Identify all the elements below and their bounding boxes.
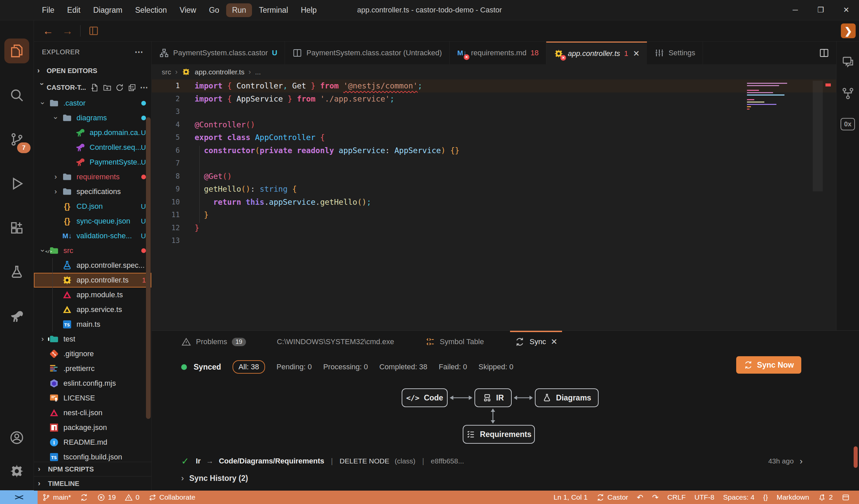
tab-app.controller.ts[interactable]: ✕app.controller.ts1✕: [546, 42, 647, 64]
code-line-3[interactable]: 3: [152, 105, 836, 118]
code-line-13[interactable]: 13: [152, 234, 836, 247]
workspace-section[interactable]: › CASTOR-T... ⋯: [34, 79, 151, 96]
code-line-9[interactable]: 9 getHello(): string {: [152, 183, 836, 196]
status-language-mode[interactable]: Markdown: [772, 490, 813, 504]
status-indentation[interactable]: Spaces: 4: [719, 490, 759, 504]
tree-item-main.ts[interactable]: TSmain.ts: [34, 317, 151, 332]
split-editor-icon[interactable]: [819, 48, 829, 58]
tree-item-validation-sche...[interactable]: M↓validation-sche...U: [34, 229, 151, 243]
section-npm-scripts[interactable]: ›NPM SCRIPTS: [34, 462, 151, 476]
comment-icon[interactable]: [841, 55, 855, 69]
diagram-flow-icon[interactable]: [841, 86, 855, 100]
code-line-10[interactable]: 10 return this.appService.getHello();: [152, 196, 836, 209]
tree-item-CD.json[interactable]: {}CD.jsonU: [34, 199, 151, 214]
tree-item-.castor[interactable]: ›.castor: [34, 96, 151, 111]
tab-settings[interactable]: Settings: [647, 42, 703, 64]
code-line-1[interactable]: 1import { Controller, Get } from '@nestj…: [152, 79, 836, 93]
code-line-5[interactable]: 5export class AppController {: [152, 131, 836, 144]
activity-settings-icon[interactable]: [4, 459, 29, 484]
tree-item-requirements[interactable]: ›requirements: [34, 170, 151, 184]
flow-node-code[interactable]: </> Code: [402, 389, 448, 407]
sync-history-entry[interactable]: ✓ Ir → Code/Diagrams/Requirements | DELE…: [152, 453, 859, 469]
tree-item-app.controller.spec...[interactable]: app.controller.spec...: [34, 258, 151, 273]
menu-view[interactable]: View: [174, 3, 202, 17]
chevron-right-icon[interactable]: ›: [50, 173, 61, 181]
tree-item-.gitignore[interactable]: .gitignore: [34, 347, 151, 361]
status-errors[interactable]: 19: [93, 490, 120, 504]
status-undo[interactable]: ↶: [633, 490, 648, 504]
open-panel-icon[interactable]: ❯: [841, 23, 856, 38]
status-encoding[interactable]: UTF-8: [690, 490, 719, 504]
more-actions-icon[interactable]: ⋯: [140, 84, 148, 91]
back-arrow-icon[interactable]: ←: [43, 25, 54, 37]
panel-tab-c-windows-system32-cmd-exe[interactable]: C:\WINDOWS\SYSTEM32\cmd.exe: [277, 331, 394, 353]
tree-item-specifications[interactable]: ›specifications: [34, 184, 151, 199]
activity-run-debug-icon[interactable]: [4, 171, 29, 196]
status-branch[interactable]: main*: [37, 490, 75, 504]
collapse-folders-icon[interactable]: [127, 83, 137, 92]
code-editor[interactable]: 1import { Controller, Get } from '@nestj…: [152, 79, 836, 330]
breadcrumb-folder[interactable]: src: [162, 68, 171, 76]
tree-item-test[interactable]: ›test: [34, 332, 151, 347]
activity-castor-icon[interactable]: [4, 304, 29, 329]
status-redo[interactable]: ↷: [648, 490, 663, 504]
minimize-icon[interactable]: ─: [783, 0, 808, 20]
chevron-right-icon[interactable]: ›: [800, 456, 803, 467]
menu-file[interactable]: File: [36, 3, 60, 17]
menu-run[interactable]: Run: [226, 3, 252, 17]
tab-paymentsystem.class.castor-untracked-[interactable]: PaymentSystem.class.castor (Untracked): [285, 42, 449, 64]
flow-node-ir[interactable]: IR: [474, 389, 512, 407]
refresh-explorer-icon[interactable]: [115, 83, 124, 92]
chevron-down-icon[interactable]: ›: [51, 113, 60, 123]
activity-explorer-icon[interactable]: [4, 38, 29, 63]
activity-source-control-icon[interactable]: 7: [4, 127, 29, 152]
status-collaborate[interactable]: Collaborate: [144, 490, 200, 504]
code-line-12[interactable]: 12}: [152, 221, 836, 235]
flow-node-diagrams[interactable]: Diagrams: [535, 389, 599, 407]
menu-diagram[interactable]: Diagram: [88, 3, 128, 17]
section-timeline[interactable]: ›TIMELINE: [34, 476, 151, 491]
editor-scrollbar[interactable]: [813, 81, 823, 191]
panel-scrollbar[interactable]: [854, 446, 858, 468]
tree-item-src[interactable]: ›</>src: [34, 243, 151, 258]
tree-item-Controller.seq....[interactable]: Controller.seq....U: [34, 140, 151, 155]
minimap[interactable]: [747, 83, 804, 111]
tab-paymentsystem.class.castor[interactable]: PaymentSystem.class.castorU: [152, 42, 285, 64]
new-folder-icon[interactable]: [103, 83, 112, 92]
code-line-6[interactable]: 6 constructor(private readonly appServic…: [152, 144, 836, 157]
status-sync[interactable]: [75, 490, 93, 504]
hex-view-icon[interactable]: 0x: [841, 118, 855, 130]
status-notifications[interactable]: 2: [813, 490, 837, 504]
flow-node-requirements[interactable]: Requirements: [463, 425, 535, 444]
menu-edit[interactable]: Edit: [61, 3, 86, 17]
code-line-8[interactable]: 8 @Get(): [152, 170, 836, 183]
breadcrumb-symbol[interactable]: ...: [255, 68, 261, 76]
sync-history-toggle[interactable]: › Sync History (2): [152, 471, 248, 486]
tree-item-app.controller.ts[interactable]: app.controller.ts1: [34, 273, 151, 287]
menu-go[interactable]: Go: [204, 3, 225, 17]
menu-selection[interactable]: Selection: [130, 3, 173, 17]
activity-account-icon[interactable]: [4, 425, 29, 450]
tree-item-app.domain.ca...[interactable]: app.domain.ca...U: [34, 125, 151, 140]
new-file-icon[interactable]: [90, 83, 99, 92]
panel-tab-problems[interactable]: Problems19: [181, 331, 246, 353]
breadcrumb-file[interactable]: app.controller.ts: [195, 68, 244, 76]
menu-help[interactable]: Help: [295, 3, 322, 17]
status-brackets[interactable]: {}: [759, 490, 772, 504]
code-line-4[interactable]: 4@Controller(): [152, 118, 836, 131]
tree-item-tsconfig.build.json[interactable]: TStsconfig.build.json: [34, 450, 151, 462]
tree-item-eslint.config.mjs[interactable]: eslint.config.mjs: [34, 376, 151, 391]
tree-item-LICENSE[interactable]: LICENSE: [34, 391, 151, 406]
close-icon[interactable]: ✕: [551, 337, 557, 347]
sync-stat-all[interactable]: All: 38: [232, 360, 265, 374]
sidebar-scrollbar[interactable]: [146, 117, 151, 419]
close-icon[interactable]: ✕: [633, 49, 639, 58]
status-warnings[interactable]: 0: [120, 490, 144, 504]
tree-item-README.md[interactable]: iREADME.md: [34, 435, 151, 450]
tab-requirements.md[interactable]: M↓✕requirements.md18: [450, 42, 547, 64]
chevron-right-icon[interactable]: ›: [50, 187, 61, 196]
forward-arrow-icon[interactable]: →: [62, 25, 73, 37]
tree-item-app.module.ts[interactable]: app.module.ts: [34, 287, 151, 302]
maximize-icon[interactable]: ❐: [808, 0, 833, 20]
panel-tab-symbol-table[interactable]: Symbol Table: [425, 331, 484, 353]
